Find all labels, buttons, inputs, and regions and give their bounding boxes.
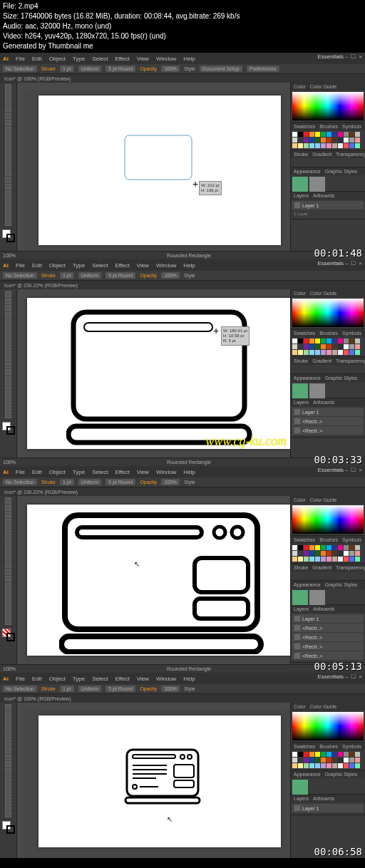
swatch[interactable]: [355, 344, 360, 349]
swatch[interactable]: [309, 763, 314, 768]
swatch[interactable]: [355, 551, 360, 556]
swatch[interactable]: [292, 138, 297, 143]
swatch[interactable]: [355, 143, 360, 148]
swatch[interactable]: [321, 758, 326, 763]
swatch[interactable]: [338, 132, 343, 137]
swatch[interactable]: [332, 758, 337, 763]
swatch[interactable]: [344, 143, 349, 148]
swatch[interactable]: [349, 138, 354, 143]
swatch[interactable]: [327, 545, 331, 550]
menu-select[interactable]: Select: [92, 56, 108, 62]
swatch[interactable]: [292, 350, 297, 355]
swatch[interactable]: [344, 758, 349, 763]
gradient-tool[interactable]: [5, 219, 11, 226]
swatch[interactable]: [292, 132, 297, 137]
doc-tab[interactable]: Icon* @ 236.22% (RGB/Preview): [0, 281, 365, 289]
fill-stroke[interactable]: [2, 229, 15, 242]
swatch[interactable]: [338, 138, 343, 143]
appearance-tab[interactable]: Appearance: [294, 169, 321, 174]
stroke-pt[interactable]: 1 pt: [60, 66, 74, 72]
width-tool[interactable]: [5, 184, 11, 190]
swatch[interactable]: [309, 545, 314, 550]
swatch[interactable]: [327, 143, 331, 148]
opacity-label[interactable]: Opacity: [140, 66, 157, 71]
style-label[interactable]: Style: [184, 66, 195, 71]
swatch[interactable]: [298, 545, 303, 550]
swatch[interactable]: [344, 557, 349, 562]
swatch[interactable]: [349, 339, 354, 343]
swatch[interactable]: [321, 557, 326, 562]
swatch[interactable]: [332, 132, 337, 137]
swatch[interactable]: [321, 752, 326, 757]
eye-icon[interactable]: [294, 202, 300, 208]
swatch[interactable]: [349, 763, 354, 768]
swatch[interactable]: [292, 752, 297, 757]
swatch[interactable]: [344, 350, 349, 355]
swatch[interactable]: [309, 143, 314, 148]
swatch[interactable]: [327, 350, 331, 355]
swatch[interactable]: [344, 344, 349, 349]
canvas[interactable]: W: 212 ptH: 136 pt +: [17, 83, 290, 251]
window-controls[interactable]: –☐×: [345, 260, 362, 267]
direct-select-tool[interactable]: [5, 91, 11, 98]
workspace-switcher[interactable]: Essentials: [318, 260, 344, 267]
swatch[interactable]: [292, 344, 297, 349]
workspace-switcher[interactable]: Essentials: [318, 673, 344, 680]
workspace-switcher[interactable]: Essentials: [318, 467, 344, 473]
pencil-tool[interactable]: [5, 148, 11, 155]
swatch[interactable]: [332, 545, 337, 550]
brush-tool[interactable]: [5, 141, 11, 148]
type-tool[interactable]: [5, 120, 11, 126]
zoom-level[interactable]: 100%: [3, 253, 16, 258]
swatch[interactable]: [292, 551, 297, 556]
swatch[interactable]: [349, 344, 354, 349]
swatch[interactable]: [327, 763, 331, 768]
swatch[interactable]: [327, 758, 331, 763]
swatch[interactable]: [332, 138, 337, 143]
swatch[interactable]: [309, 339, 314, 343]
swatch[interactable]: [298, 557, 303, 562]
swatch[interactable]: [304, 545, 309, 550]
swatch[interactable]: [355, 545, 360, 550]
swatch[interactable]: [309, 557, 314, 562]
layers-tab[interactable]: Layers: [294, 193, 309, 198]
swatch[interactable]: [298, 551, 303, 556]
canvas[interactable]: ↖: [17, 496, 290, 664]
line-tool[interactable]: [5, 127, 11, 133]
color-spectrum[interactable]: [292, 92, 364, 120]
mesh-tool[interactable]: [5, 212, 11, 219]
brush-def[interactable]: 5 pt Round: [106, 66, 135, 72]
swatch[interactable]: [315, 132, 320, 137]
swatch[interactable]: [338, 557, 343, 562]
canvas[interactable]: ↖: [17, 703, 290, 858]
swatch[interactable]: [349, 132, 354, 137]
swatch[interactable]: [298, 339, 303, 343]
swatch[interactable]: [332, 339, 337, 343]
window-controls[interactable]: –☐×: [345, 673, 362, 680]
swatch[interactable]: [292, 545, 297, 550]
swatch[interactable]: [304, 557, 309, 562]
swatch[interactable]: [344, 551, 349, 556]
canvas[interactable]: + W: 189.91 ptH: 10.58 ptR: 5 pt: [17, 289, 290, 458]
swatch[interactable]: [315, 551, 320, 556]
stroke-tab[interactable]: Stroke: [294, 152, 308, 157]
swatches-tab[interactable]: Swatches: [294, 124, 315, 129]
swatch[interactable]: [338, 752, 343, 757]
swatch[interactable]: [321, 545, 326, 550]
swatch[interactable]: [298, 758, 303, 763]
wand-tool[interactable]: [5, 98, 11, 105]
swatch[interactable]: [327, 132, 331, 137]
menu-window[interactable]: Window: [156, 56, 176, 62]
swatch[interactable]: [304, 132, 309, 137]
swatch[interactable]: [338, 344, 343, 349]
graphic-tab[interactable]: Graphic Styles: [325, 169, 358, 174]
swatch[interactable]: [321, 350, 326, 355]
swatch[interactable]: [304, 758, 309, 763]
swatch[interactable]: [321, 132, 326, 137]
swatch[interactable]: [332, 763, 337, 768]
doc-setup[interactable]: Document Setup: [200, 66, 242, 72]
swatch[interactable]: [327, 344, 331, 349]
swatch[interactable]: [332, 551, 337, 556]
swatch[interactable]: [304, 339, 309, 343]
swatch[interactable]: [327, 752, 331, 757]
